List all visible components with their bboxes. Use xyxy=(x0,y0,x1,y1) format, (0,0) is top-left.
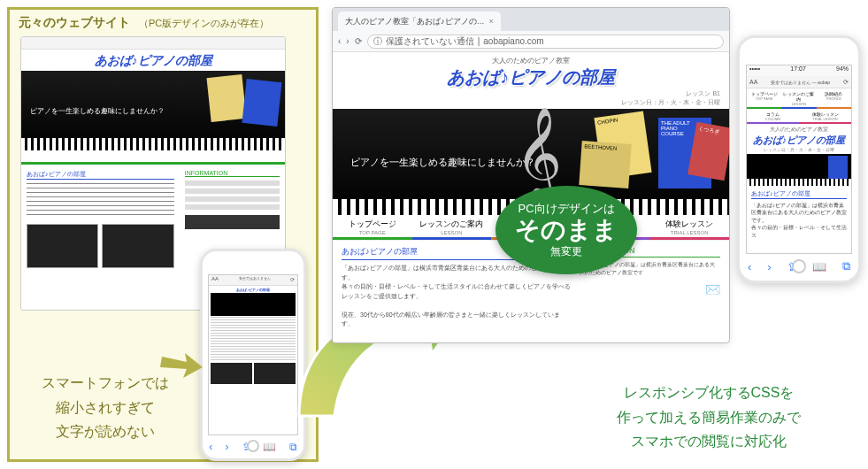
pc-window-chrome xyxy=(21,37,285,50)
member-only-badge xyxy=(185,215,280,229)
battery: 94% xyxy=(836,65,849,76)
address-bar[interactable]: ⓘ 保護されていない通信 | aobapiano.com xyxy=(367,35,724,49)
before-panel: 元々のウェブサイト （PC版デザインのみが存在） あおば♪ピアノの部屋 ピアノを… xyxy=(7,7,319,462)
site-nav-row2: コラムCOLUMN 体験レッスンTRIAL LESSON xyxy=(747,109,851,124)
back-icon[interactable]: ‹ xyxy=(338,36,341,46)
security-warning: 保護されていない通信 xyxy=(386,35,474,48)
photo-row xyxy=(27,224,174,268)
nav-column[interactable]: コラムCOLUMN xyxy=(747,109,799,124)
book-chopin xyxy=(206,74,246,122)
home-button[interactable] xyxy=(247,440,259,452)
close-tab-icon[interactable]: × xyxy=(489,17,494,26)
bookmarks-icon[interactable]: 📖 xyxy=(812,260,826,273)
before-title: 元々のウェブサイト （PC版デザインのみが存在） xyxy=(19,15,269,31)
hero-books xyxy=(200,76,280,129)
before-caption-l3: 文字が読めない xyxy=(26,419,185,443)
before-caption-l1: スマートフォンでは xyxy=(26,371,185,395)
fwd-icon[interactable]: › xyxy=(767,260,771,273)
tab-title: 大人のピアノ教室「あおば♪ピアノの… xyxy=(345,16,485,27)
aa-button[interactable]: AA xyxy=(211,276,219,284)
browser-tabstrip: 大人のピアノ教室「あおば♪ピアノの… × xyxy=(333,8,729,31)
after-caption-l3: スマホでの閲覧に対応化 xyxy=(585,429,833,453)
reload-icon[interactable]: ⟳ xyxy=(355,36,362,46)
site-nav-row1: トップページTOP PAGE レッスンのご案内LESSON 講師紹介PROFIL… xyxy=(747,88,851,109)
badge-l2: そのまま xyxy=(515,217,618,244)
fwd-icon[interactable]: › xyxy=(226,441,229,453)
nav-lesson[interactable]: レッスンのご案内LESSON xyxy=(781,88,816,109)
nav-top[interactable]: トップページTOP PAGE xyxy=(747,88,781,109)
col-right-heading: INFORMATION xyxy=(185,170,280,177)
site-pretitle: 大人のためのピアノ教室 xyxy=(333,52,729,65)
before-caption: スマートフォンでは 縮小されすぎて 文字が読めない xyxy=(26,371,185,443)
body-text: 「あおば♪ピアノの部屋」は横浜市青葉区青葉台にある大人のためのピアノ教室です。 … xyxy=(342,264,571,329)
unchanged-badge: PC向けデザインは そのまま 無変更 xyxy=(495,186,637,274)
time: 17:07 xyxy=(790,65,806,76)
addr-warn: 安全ではありません — aobap xyxy=(771,80,830,85)
before-title-main: 元々のウェブサイト xyxy=(19,15,130,29)
book-beethoven: BEETHOVEN xyxy=(579,141,631,188)
hero-text: ピアノを一生楽しめる趣味にしませんか？ xyxy=(350,156,535,169)
col-left-heading: あおば♪ピアノの部屋 xyxy=(27,170,174,180)
site-nav xyxy=(21,150,285,165)
info-icon: ⓘ xyxy=(373,35,382,48)
nav-lesson[interactable]: レッスンのご案内LESSON xyxy=(412,215,492,240)
reload-icon[interactable]: ⟳ xyxy=(843,79,849,86)
phone-statusbar: ••••• 17:07 94% xyxy=(747,65,851,76)
url-text: aobapiano.com xyxy=(483,36,543,46)
site-meta: レッスン B1レッスン日：月・火・木・金・日曜 xyxy=(333,89,729,107)
after-caption-l1: レスポンシブ化するCSSを xyxy=(585,381,833,404)
bookmarks-icon[interactable]: 📖 xyxy=(263,441,276,453)
after-caption-l2: 作って加える簡易作業のみで xyxy=(585,405,833,429)
site-pretitle: 大人のためのピアノ教室 xyxy=(747,124,851,134)
after-caption: レスポンシブ化するCSSを 作って加える簡易作業のみで スマホでの閲覧に対応化 xyxy=(585,381,833,453)
hero-banner: ピアノを一生楽しめる趣味にしませんか？ xyxy=(21,71,285,150)
col-left-heading: あおば♪ピアノの部屋 xyxy=(751,189,847,199)
back-icon[interactable]: ‹ xyxy=(748,260,751,273)
phone-after: ••••• 17:07 94% AA 安全ではありません — aobap ⟳ ト… xyxy=(737,35,861,283)
nav-top[interactable]: トップページTOP PAGE xyxy=(333,215,412,240)
body-text: 「あおば♪ピアノの部屋」は横浜市青葉区青葉台にある大人のためのピアノ教室です。 … xyxy=(751,202,847,239)
mail-icon[interactable]: ✉️ xyxy=(580,282,720,296)
nav-trial[interactable]: 体験レッスンTRIAL LESSON xyxy=(649,215,729,240)
nav-profile[interactable]: 講師紹介PROFILE xyxy=(817,88,851,109)
body-content: あおば♪ピアノの部屋 「あおば♪ピアノの部屋」は横浜市青葉区青葉台にある大人のた… xyxy=(747,186,851,242)
badge-l1: PC向けデザインは xyxy=(518,201,614,217)
hero-text: ピアノを一生楽しめる趣味にしませんか？ xyxy=(30,106,165,116)
browser-toolbar: ‹ › ⟳ ⓘ 保護されていない通信 | aobapiano.com xyxy=(333,31,729,52)
tabs-icon[interactable]: ⧉ xyxy=(289,441,297,453)
addr-warn: 安全ではありません xyxy=(239,276,271,284)
site-logo: あおば♪ピアノの部屋 xyxy=(747,134,851,147)
fwd-icon[interactable]: › xyxy=(346,36,349,46)
hero-banner xyxy=(747,154,851,186)
site-logo: あおば♪ピアノの部屋 xyxy=(21,50,285,71)
back-icon[interactable]: ‹ xyxy=(209,441,212,453)
signal-icon: ••••• xyxy=(749,65,760,76)
treble-clef-icon: 𝄞 xyxy=(515,113,562,193)
hero-books: CHOPIN BEETHOVEN THE ADULTPIANOCOURSE くつ… xyxy=(586,116,718,196)
book-piano-course xyxy=(828,156,848,179)
badge-l3: 無変更 xyxy=(550,244,582,259)
nav-trial[interactable]: 体験レッスンTRIAL LESSON xyxy=(799,109,851,124)
book-piano-course xyxy=(242,79,281,127)
phone-addressbar: AA 安全ではありません — aobap ⟳ xyxy=(747,76,851,88)
aa-button[interactable]: AA xyxy=(749,79,757,85)
browser-tab[interactable]: 大人のピアノ教室「あおば♪ピアノの… × xyxy=(338,12,501,31)
home-button[interactable] xyxy=(792,259,806,273)
before-title-sub: （PC版デザインのみが存在） xyxy=(139,18,269,28)
pc-browser-after: 大人のピアノ教室「あおば♪ピアノの… × ‹ › ⟳ ⓘ 保護されていない通信 … xyxy=(332,7,730,343)
body-text-lines xyxy=(27,183,174,219)
tabs-icon[interactable]: ⧉ xyxy=(842,259,850,273)
site-meta: レッスン日：月・火・木・金・日曜 xyxy=(747,147,851,152)
phone-after-screen: ••••• 17:07 94% AA 安全ではありません — aobap ⟳ ト… xyxy=(746,65,852,254)
before-caption-l2: 縮小されすぎて xyxy=(26,396,185,419)
site-logo: あおば♪ピアノの部屋 xyxy=(333,65,729,89)
